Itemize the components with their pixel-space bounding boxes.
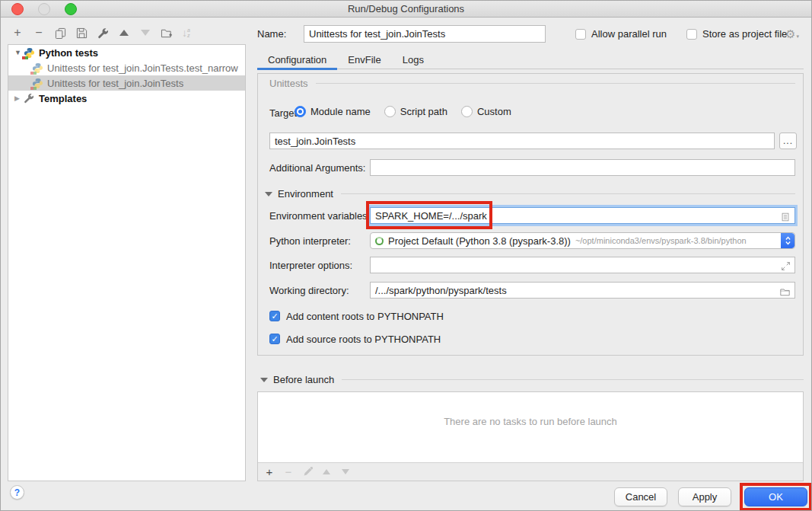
help-button[interactable]: ? — [10, 485, 24, 500]
working-directory-row: Working directory: — [258, 282, 803, 299]
tab-envfile[interactable]: EnvFile — [337, 51, 391, 69]
additional-arguments-input[interactable] — [375, 162, 790, 174]
environment-section-header[interactable]: Environment — [265, 188, 795, 200]
target-field[interactable] — [269, 133, 775, 149]
chevron-down-icon[interactable]: ▼ — [14, 49, 22, 56]
tab-bar: Configuration EnvFile Logs — [257, 51, 804, 69]
radio-label: Custom — [477, 106, 511, 117]
browse-variables-icon[interactable] — [780, 210, 791, 222]
radio-module-name[interactable]: Module name — [295, 106, 371, 117]
python-interpreter-select[interactable]: Project Default (Python 3.8 (pyspark-3.8… — [370, 232, 795, 249]
cancel-label: Cancel — [626, 491, 656, 503]
tree-item-test-narrow[interactable]: Unittests for test_join.JoinTests.test_n… — [8, 60, 245, 75]
cancel-button[interactable]: Cancel — [614, 487, 667, 506]
gear-icon[interactable]: ⚙▾ — [785, 27, 799, 41]
target-value-row: ... — [258, 133, 803, 149]
move-down-icon — [139, 27, 151, 39]
move-task-up-icon — [321, 469, 332, 474]
radio-custom[interactable]: Custom — [461, 106, 511, 117]
section-title: Before launch — [273, 374, 334, 385]
move-up-icon[interactable] — [118, 27, 130, 39]
target-radio-group: Module name Script path Custom — [295, 106, 519, 117]
tree-item-label: Unittests for test_join.JoinTests.test_n… — [47, 62, 238, 74]
before-launch-panel: There are no tasks to run before launch … — [257, 391, 804, 481]
store-as-project-file-label: Store as project file — [702, 28, 787, 40]
configurations-tree: ▼ Python tests Unittests for test_join.J… — [8, 44, 246, 481]
new-folder-icon[interactable] — [161, 27, 173, 39]
browse-button[interactable]: ... — [779, 133, 797, 149]
tree-item-label: Unittests for test_join.JoinTests — [47, 78, 183, 89]
collapse-triangle-icon[interactable] — [260, 378, 268, 382]
radio-script-path[interactable]: Script path — [384, 106, 447, 117]
ok-button[interactable]: OK — [744, 487, 807, 506]
store-as-project-file-checkbox[interactable]: Store as project file — [686, 28, 787, 40]
checkbox-unchecked[interactable] — [575, 29, 586, 40]
tree-item-jointests-selected[interactable]: Unittests for test_join.JoinTests — [8, 75, 245, 91]
add-content-roots-checkbox[interactable]: Add content roots to PYTHONPATH — [269, 310, 444, 322]
tab-label: Configuration — [268, 54, 326, 65]
additional-arguments-row: Additional Arguments: — [258, 159, 803, 176]
remove-configuration-icon[interactable]: − — [33, 27, 45, 39]
unittests-group-header: Unittests — [269, 78, 795, 89]
radio-unselected-icon[interactable] — [461, 106, 473, 117]
interpreter-options-field[interactable] — [370, 257, 795, 273]
run-debug-configurations-dialog: Run/Debug Configurations + − ↓az ▼ — [0, 0, 812, 511]
tree-item-label: Templates — [39, 93, 87, 104]
target-input[interactable] — [275, 136, 769, 147]
group-title: Unittests — [269, 78, 308, 89]
move-task-down-icon — [340, 469, 351, 474]
remove-task-icon: − — [283, 465, 294, 478]
interpreter-value: Project Default (Python 3.8 (pyspark-3.8… — [388, 235, 571, 247]
add-source-roots-checkbox[interactable]: Add source roots to PYTHONPATH — [269, 333, 441, 345]
name-label: Name: — [257, 28, 286, 40]
collapse-triangle-icon[interactable] — [265, 192, 272, 196]
annotation-box-environment-variables — [366, 201, 492, 229]
radio-label: Module name — [310, 106, 371, 117]
chevron-right-icon[interactable]: ▶ — [14, 94, 22, 102]
checkbox-checked[interactable] — [269, 311, 280, 321]
environment-variables-row: Environment variables: — [258, 207, 803, 224]
titlebar: Run/Debug Configurations — [1, 1, 811, 18]
folder-icon[interactable] — [779, 285, 791, 297]
sort-configurations-icon: ↓az — [182, 27, 190, 39]
help-label: ? — [14, 487, 20, 498]
ok-label: OK — [769, 491, 783, 503]
working-directory-field[interactable] — [370, 282, 795, 299]
copy-configuration-icon[interactable] — [54, 27, 66, 39]
interpreter-options-row: Interpreter options: — [258, 257, 803, 273]
checkbox-checked[interactable] — [269, 334, 280, 344]
tree-item-label: Python tests — [39, 47, 98, 59]
additional-arguments-field[interactable] — [370, 159, 795, 176]
tab-label: EnvFile — [348, 54, 381, 65]
working-directory-label: Working directory: — [269, 285, 349, 296]
interpreter-options-label: Interpreter options: — [269, 260, 352, 271]
configurations-toolbar: + − ↓az — [11, 24, 190, 41]
edit-templates-wrench-icon[interactable] — [97, 27, 109, 39]
checkbox-unchecked[interactable] — [686, 29, 697, 40]
allow-parallel-run-checkbox[interactable]: Allow parallel run — [575, 28, 667, 40]
apply-label: Apply — [693, 491, 718, 503]
python-interpreter-label: Python interpreter: — [269, 235, 351, 247]
working-directory-input[interactable] — [375, 285, 790, 296]
tab-logs[interactable]: Logs — [392, 51, 435, 69]
before-launch-empty-message: There are no tasks to run before launch — [258, 416, 803, 427]
python-interpreter-row: Python interpreter: Project Default (Pyt… — [258, 232, 803, 249]
before-launch-section-header[interactable]: Before launch — [260, 374, 804, 385]
add-task-icon[interactable]: + — [264, 465, 275, 478]
add-configuration-icon[interactable]: + — [11, 27, 24, 39]
radio-selected-icon[interactable] — [295, 106, 306, 117]
save-configuration-icon[interactable] — [75, 27, 88, 39]
apply-button[interactable]: Apply — [678, 487, 731, 506]
section-title: Environment — [278, 188, 333, 200]
interpreter-options-input[interactable] — [375, 260, 790, 271]
add-content-roots-label: Add content roots to PYTHONPATH — [286, 311, 444, 322]
configuration-form-panel: Unittests Target: Module name Script pat… — [257, 73, 804, 356]
name-input[interactable] — [304, 25, 546, 43]
tree-item-templates[interactable]: ▶ Templates — [8, 91, 245, 106]
combo-stepper-icon[interactable] — [781, 233, 794, 248]
conda-env-icon — [375, 237, 384, 245]
tab-configuration[interactable]: Configuration — [257, 51, 337, 69]
expand-field-icon[interactable] — [781, 260, 791, 271]
tree-item-python-tests[interactable]: ▼ Python tests — [8, 45, 245, 60]
radio-unselected-icon[interactable] — [384, 106, 396, 117]
